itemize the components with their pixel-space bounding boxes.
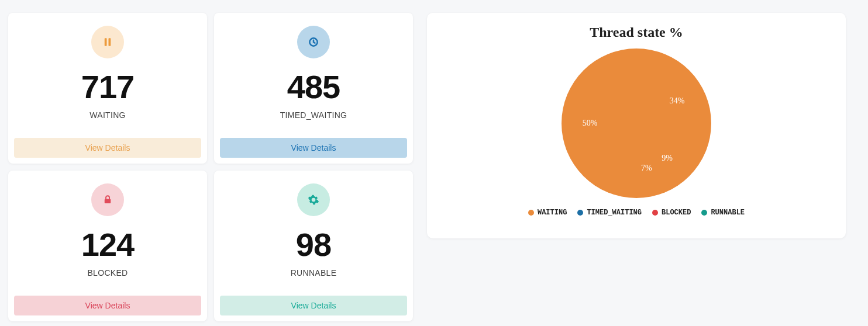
legend-item-blocked: BLOCKED xyxy=(652,209,691,217)
legend-item-runnable: RUNNABLE xyxy=(701,209,745,217)
legend-label: BLOCKED xyxy=(662,209,691,217)
card-timed-waiting-value: 485 xyxy=(287,68,340,106)
pie-slice-label: 7% xyxy=(641,164,652,173)
legend-label: WAITING xyxy=(538,209,567,217)
card-waiting: 717 WAITING View Details xyxy=(8,13,207,164)
thread-state-chart-card: Thread state % 50%34%9%7% WAITING TIMED_… xyxy=(427,13,846,238)
card-timed-waiting: 485 TIMED_WAITING View Details xyxy=(214,13,413,164)
card-blocked-value: 124 xyxy=(81,226,134,263)
card-waiting-value: 717 xyxy=(81,68,134,106)
svg-rect-0 xyxy=(105,38,107,46)
card-runnable-label: RUNNABLE xyxy=(291,268,337,278)
legend-dot-icon xyxy=(528,210,534,216)
card-timed-waiting-label: TIMED_WAITING xyxy=(280,110,347,120)
pie-chart: 50%34%9%7% xyxy=(562,48,711,198)
view-details-label: View Details xyxy=(85,301,130,310)
legend-label: TIMED_WAITING xyxy=(587,209,642,217)
clock-icon xyxy=(297,26,330,58)
card-blocked: 124 BLOCKED View Details xyxy=(8,171,207,321)
chart-title: Thread state % xyxy=(590,25,683,40)
legend-dot-icon xyxy=(577,210,583,216)
card-blocked-label: BLOCKED xyxy=(87,268,128,278)
pie-slice-label: 34% xyxy=(670,96,685,106)
legend-dot-icon xyxy=(701,210,707,216)
pie-slice-label: 50% xyxy=(583,119,598,128)
legend-dot-icon xyxy=(652,210,658,216)
stat-cards-grid: 717 WAITING View Details 485 TIMED_WAITI… xyxy=(8,13,413,321)
view-details-button[interactable]: View Details xyxy=(14,138,201,158)
gear-icon xyxy=(297,183,330,216)
view-details-button[interactable]: View Details xyxy=(220,138,407,158)
pause-icon xyxy=(91,26,124,58)
pie-slice-label: 9% xyxy=(662,154,673,163)
card-waiting-label: WAITING xyxy=(89,110,125,120)
card-runnable-value: 98 xyxy=(296,226,331,263)
svg-rect-3 xyxy=(105,199,111,204)
svg-rect-1 xyxy=(109,38,111,46)
view-details-label: View Details xyxy=(291,301,336,310)
view-details-button[interactable]: View Details xyxy=(14,296,201,315)
view-details-button[interactable]: View Details xyxy=(220,296,407,315)
legend-label: RUNNABLE xyxy=(711,209,745,217)
legend-item-timed-waiting: TIMED_WAITING xyxy=(577,209,642,217)
card-runnable: 98 RUNNABLE View Details xyxy=(214,171,413,321)
legend-item-waiting: WAITING xyxy=(528,209,567,217)
chart-legend: WAITING TIMED_WAITING BLOCKED RUNNABLE xyxy=(528,209,745,217)
view-details-label: View Details xyxy=(291,143,336,152)
lock-icon xyxy=(91,183,124,216)
view-details-label: View Details xyxy=(85,143,130,152)
